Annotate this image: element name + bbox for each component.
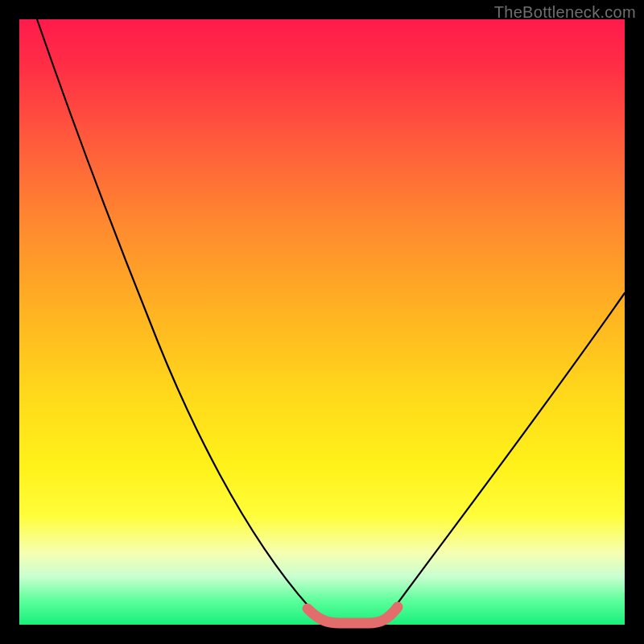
chart-svg	[19, 19, 625, 625]
plot-area	[19, 19, 625, 625]
chart-frame: TheBottleneck.com	[0, 0, 644, 644]
bottleneck-curve	[37, 19, 625, 623]
optimal-range-marker	[308, 607, 398, 623]
